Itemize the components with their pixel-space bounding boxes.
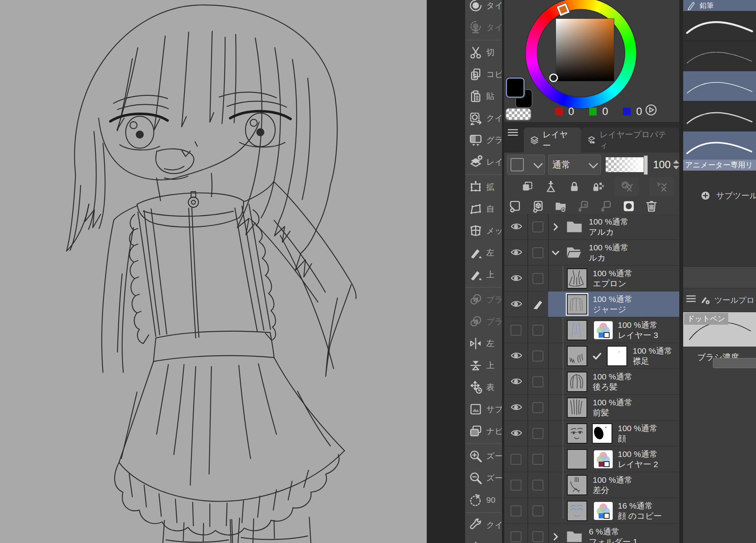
select-stock-icon[interactable] (521, 180, 534, 193)
quick-access-item-free-transform[interactable]: 自 (465, 198, 502, 220)
add-subtool-button[interactable]: サブツール (700, 190, 756, 201)
visibility-checkbox[interactable] (504, 531, 527, 542)
visibility-eye-icon[interactable] (504, 221, 527, 233)
layer-row-前髪[interactable]: 100 %通常前髪 (504, 395, 679, 421)
layer-row-ジャージ[interactable]: 100 %通常ジャージ (504, 291, 679, 317)
canvas[interactable] (0, 0, 427, 543)
layer-row-レイヤー 3[interactable]: 100 %通常レイヤー 3 (504, 317, 679, 343)
layer-thumbnail[interactable] (567, 423, 587, 444)
layer-thumbnail[interactable] (567, 268, 587, 289)
quick-access-item-zoom-out[interactable]: ズー (465, 467, 502, 489)
subtool-item-1[interactable] (683, 11, 756, 41)
quick-access-item-rotate-90[interactable]: 90 (465, 489, 502, 511)
opacity-stepper[interactable] (673, 160, 679, 169)
layer-thumbnail[interactable] (567, 372, 587, 392)
layer-checkbox[interactable] (527, 376, 548, 387)
layer-row-差分[interactable]: 100 %通常差分 (504, 472, 679, 498)
saturation-value-square[interactable] (556, 18, 614, 81)
subtool-item-4[interactable] (683, 101, 756, 131)
quick-access-item-reset-display[interactable]: 表 (465, 376, 502, 398)
layer-checkbox[interactable] (527, 402, 548, 413)
layer-mask-icon[interactable] (622, 199, 636, 213)
visibility-eye-icon[interactable] (504, 273, 527, 284)
quick-access-item-marker-pen[interactable]: 上 (465, 264, 502, 286)
tab-layers[interactable]: レイヤー (524, 128, 581, 153)
quick-access-item-shortcut-gear[interactable]: ショ (465, 536, 502, 543)
tab-layer-property[interactable]: レイヤープロパティ (581, 128, 679, 153)
layer-checkbox[interactable] (527, 531, 548, 542)
delete-layer-icon[interactable] (644, 199, 659, 213)
foreground-color-swatch[interactable] (506, 77, 525, 98)
quick-access-item-navigator[interactable]: ナビ (465, 420, 502, 442)
quick-access-item-new-layer[interactable]: レイ (465, 151, 502, 173)
quick-access-item-quick-mask[interactable]: クイ (465, 107, 502, 129)
layer-row-後ろ髪[interactable]: 100 %通常後ろ髪 (504, 369, 679, 395)
visibility-eye-icon[interactable] (504, 298, 527, 310)
visibility-eye-icon[interactable] (504, 428, 527, 439)
layer-checkbox[interactable] (527, 428, 548, 439)
layer-mask-thumbnail[interactable] (592, 423, 612, 444)
quick-access-item-flip-horizontal[interactable]: 左 (465, 333, 502, 354)
quick-access-item-copy[interactable]: コピ (465, 63, 502, 85)
visibility-eye-icon[interactable] (504, 350, 527, 362)
layer-thumbnail[interactable] (567, 449, 587, 469)
lock-icon[interactable] (568, 180, 581, 193)
visibility-checkbox[interactable] (504, 480, 527, 491)
layer-checkbox[interactable] (527, 454, 548, 465)
visibility-eye-icon[interactable] (504, 376, 527, 388)
layer-checkbox[interactable] (527, 325, 548, 336)
quick-access-item-wrench[interactable]: クイ (465, 514, 502, 536)
opacity-slider-handle[interactable] (644, 155, 648, 175)
quick-access-item-scale-transform[interactable]: 拡 (465, 176, 502, 198)
layer-thumbnail[interactable] (567, 346, 587, 366)
editing-pen-icon[interactable] (527, 298, 548, 310)
subtool-item-3[interactable] (683, 71, 756, 101)
layer-row-フォルダー 1[interactable]: 6 %通常フォルダー 1 (504, 524, 679, 543)
visibility-checkbox[interactable] (504, 325, 527, 336)
quick-access-item-zoom-in[interactable]: ズー (465, 445, 502, 467)
transparent-color-swatch[interactable] (505, 108, 531, 120)
color-mixer-icon[interactable] (644, 103, 658, 117)
blend-mode-dropdown[interactable]: 通常 (548, 155, 601, 175)
layer-thumbnail[interactable] (567, 501, 587, 521)
visibility-checkbox[interactable] (504, 505, 527, 516)
quick-access-item-mesh-transform[interactable]: メッ (465, 220, 502, 242)
brush-density-slider[interactable] (713, 358, 756, 368)
layer-checkbox[interactable] (527, 247, 548, 258)
panel-menu-icon[interactable] (686, 295, 696, 303)
quick-access-item-timeline-play[interactable]: タイ (465, 0, 502, 16)
ruler-icon[interactable] (544, 180, 558, 193)
new-layer-object-icon[interactable] (531, 199, 545, 213)
layer-thumbnail[interactable] (567, 320, 587, 340)
lock-transparent-icon[interactable] (591, 180, 604, 193)
subtool-item-2[interactable] (683, 41, 756, 71)
sv-marker[interactable] (549, 74, 558, 82)
subtool-item-5[interactable] (683, 131, 756, 162)
layer-checkbox[interactable] (527, 351, 548, 361)
layer-row-アルカ[interactable]: 100 %通常アルカ (504, 214, 679, 240)
layer-checkbox[interactable] (527, 273, 548, 284)
layer-thumbnail[interactable] (567, 475, 587, 495)
subtool-group-header[interactable]: 鉛筆 (683, 0, 756, 11)
quick-access-item-paste[interactable]: 貼 (465, 85, 502, 107)
layer-row-襟足[interactable]: 100 %通常襟足 (504, 343, 679, 369)
brush-preview[interactable]: ドットペン (683, 312, 756, 347)
new-raster-layer-icon[interactable] (508, 199, 522, 213)
visibility-checkbox[interactable] (504, 454, 527, 465)
quick-access-item-marker-pen[interactable]: 左 (465, 242, 502, 264)
tool-property-header[interactable]: ツールプロ (683, 288, 756, 312)
quick-access-item-flip-vertical[interactable]: 上 (465, 354, 502, 376)
new-folder-icon[interactable] (554, 199, 568, 213)
layer-checkbox[interactable] (527, 505, 548, 516)
layer-thumbnail[interactable] (567, 397, 587, 418)
visibility-eye-icon[interactable] (504, 247, 527, 259)
quick-access-item-sub-view[interactable]: サブ (465, 398, 502, 420)
layer-row-顔 のコピー[interactable]: 16 %通常顔 のコピー (504, 498, 679, 524)
layer-row-エプロン[interactable]: 100 %通常エプロン (504, 266, 679, 291)
palette-color-dropdown[interactable] (507, 155, 545, 175)
layer-thumbnail[interactable] (567, 294, 587, 315)
panel-menu-icon[interactable] (508, 129, 518, 138)
layer-row-顔[interactable]: 100 %通常顔 (504, 421, 679, 446)
layer-row-ルカ[interactable]: 100 %通常ルカ (504, 240, 679, 266)
quick-access-item-cut[interactable]: 切 (465, 41, 502, 63)
